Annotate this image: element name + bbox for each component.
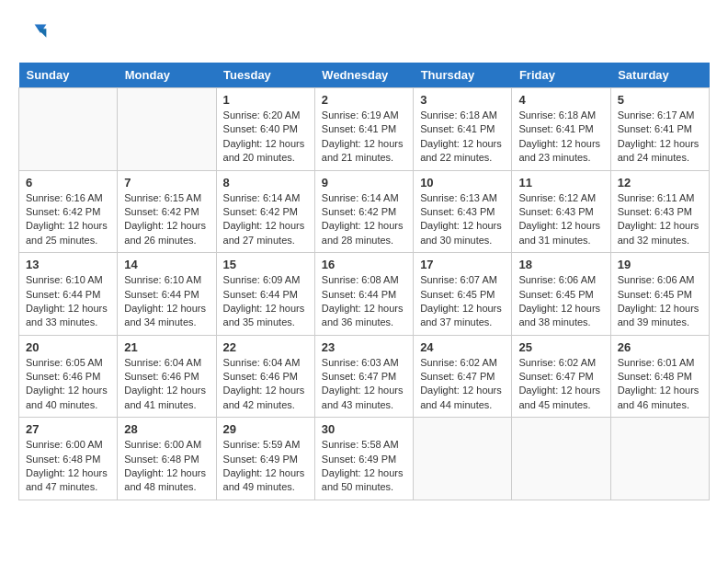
cell-info: Sunrise: 6:07 AM Sunset: 6:45 PM Dayligh… (420, 273, 505, 330)
calendar-cell: 14Sunrise: 6:10 AM Sunset: 6:44 PM Dayli… (118, 253, 216, 336)
calendar-cell: 15Sunrise: 6:09 AM Sunset: 6:44 PM Dayli… (216, 253, 314, 336)
day-number: 9 (322, 176, 406, 190)
calendar-cell: 20Sunrise: 6:05 AM Sunset: 6:46 PM Dayli… (19, 335, 118, 418)
calendar-cell: 6Sunrise: 6:16 AM Sunset: 6:42 PM Daylig… (19, 170, 118, 253)
cell-info: Sunrise: 6:17 AM Sunset: 6:41 PM Dayligh… (618, 109, 702, 166)
calendar-cell: 8Sunrise: 6:14 AM Sunset: 6:42 PM Daylig… (216, 170, 314, 253)
calendar-week-1: 1Sunrise: 6:20 AM Sunset: 6:40 PM Daylig… (19, 88, 710, 171)
day-number: 8 (223, 176, 308, 190)
calendar-cell: 11Sunrise: 6:12 AM Sunset: 6:43 PM Dayli… (512, 170, 610, 253)
col-header-friday: Friday (512, 63, 610, 88)
cell-info: Sunrise: 6:09 AM Sunset: 6:44 PM Dayligh… (223, 273, 308, 330)
day-number: 5 (618, 93, 702, 107)
calendar-cell: 5Sunrise: 6:17 AM Sunset: 6:41 PM Daylig… (610, 88, 709, 171)
logo-icon (18, 18, 48, 48)
day-number: 28 (124, 422, 209, 436)
calendar-cell: 3Sunrise: 6:18 AM Sunset: 6:41 PM Daylig… (414, 88, 512, 171)
calendar-cell: 9Sunrise: 6:14 AM Sunset: 6:42 PM Daylig… (314, 170, 413, 253)
calendar-table: SundayMondayTuesdayWednesdayThursdayFrid… (18, 63, 710, 500)
day-number: 11 (518, 176, 603, 190)
day-number: 21 (124, 340, 209, 354)
calendar-week-4: 20Sunrise: 6:05 AM Sunset: 6:46 PM Dayli… (19, 335, 710, 418)
day-number: 16 (322, 258, 406, 271)
day-number: 7 (124, 176, 209, 190)
calendar-cell: 13Sunrise: 6:10 AM Sunset: 6:44 PM Dayli… (19, 253, 118, 336)
cell-info: Sunrise: 6:18 AM Sunset: 6:41 PM Dayligh… (518, 109, 603, 166)
cell-info: Sunrise: 6:06 AM Sunset: 6:45 PM Dayligh… (618, 273, 702, 330)
calendar-cell: 23Sunrise: 6:03 AM Sunset: 6:47 PM Dayli… (314, 335, 413, 418)
day-number: 29 (223, 422, 308, 436)
day-number: 23 (322, 340, 406, 354)
cell-info: Sunrise: 6:11 AM Sunset: 6:43 PM Dayligh… (618, 191, 702, 248)
calendar-cell (610, 418, 709, 500)
day-number: 13 (26, 258, 110, 271)
cell-info: Sunrise: 6:10 AM Sunset: 6:44 PM Dayligh… (26, 273, 110, 330)
calendar-cell (19, 88, 118, 171)
day-number: 26 (618, 340, 702, 354)
logo (18, 18, 51, 48)
cell-info: Sunrise: 6:14 AM Sunset: 6:42 PM Dayligh… (223, 191, 308, 248)
cell-info: Sunrise: 6:20 AM Sunset: 6:40 PM Dayligh… (223, 109, 308, 166)
day-number: 22 (223, 340, 308, 354)
day-number: 27 (26, 422, 110, 436)
calendar-cell (414, 418, 512, 500)
cell-info: Sunrise: 6:13 AM Sunset: 6:43 PM Dayligh… (420, 191, 505, 248)
calendar-cell: 25Sunrise: 6:02 AM Sunset: 6:47 PM Dayli… (512, 335, 610, 418)
cell-info: Sunrise: 6:00 AM Sunset: 6:48 PM Dayligh… (26, 438, 110, 495)
page-header (18, 18, 710, 48)
calendar-cell: 16Sunrise: 6:08 AM Sunset: 6:44 PM Dayli… (314, 253, 413, 336)
calendar-week-3: 13Sunrise: 6:10 AM Sunset: 6:44 PM Dayli… (19, 253, 710, 336)
cell-info: Sunrise: 6:05 AM Sunset: 6:46 PM Dayligh… (26, 356, 110, 413)
day-number: 10 (420, 176, 505, 190)
calendar-cell: 22Sunrise: 6:04 AM Sunset: 6:46 PM Dayli… (216, 335, 314, 418)
calendar-cell: 12Sunrise: 6:11 AM Sunset: 6:43 PM Dayli… (610, 170, 709, 253)
cell-info: Sunrise: 6:14 AM Sunset: 6:42 PM Dayligh… (322, 191, 406, 248)
calendar-cell (118, 88, 216, 171)
day-number: 18 (518, 258, 603, 271)
calendar-cell: 18Sunrise: 6:06 AM Sunset: 6:45 PM Dayli… (512, 253, 610, 336)
day-number: 4 (518, 93, 603, 107)
col-header-monday: Monday (118, 63, 216, 88)
day-number: 25 (518, 340, 603, 354)
calendar-cell: 30Sunrise: 5:58 AM Sunset: 6:49 PM Dayli… (314, 418, 413, 500)
cell-info: Sunrise: 5:58 AM Sunset: 6:49 PM Dayligh… (322, 438, 406, 495)
day-number: 19 (618, 258, 702, 271)
cell-info: Sunrise: 6:06 AM Sunset: 6:45 PM Dayligh… (518, 273, 603, 330)
calendar-cell: 7Sunrise: 6:15 AM Sunset: 6:42 PM Daylig… (118, 170, 216, 253)
cell-info: Sunrise: 6:04 AM Sunset: 6:46 PM Dayligh… (124, 356, 209, 413)
cell-info: Sunrise: 6:18 AM Sunset: 6:41 PM Dayligh… (420, 109, 505, 166)
col-header-thursday: Thursday (414, 63, 512, 88)
calendar-cell: 29Sunrise: 5:59 AM Sunset: 6:49 PM Dayli… (216, 418, 314, 500)
cell-info: Sunrise: 6:19 AM Sunset: 6:41 PM Dayligh… (322, 109, 406, 166)
day-number: 17 (420, 258, 505, 271)
calendar-week-2: 6Sunrise: 6:16 AM Sunset: 6:42 PM Daylig… (19, 170, 710, 253)
cell-info: Sunrise: 6:16 AM Sunset: 6:42 PM Dayligh… (26, 191, 110, 248)
cell-info: Sunrise: 6:08 AM Sunset: 6:44 PM Dayligh… (322, 273, 406, 330)
calendar-cell: 10Sunrise: 6:13 AM Sunset: 6:43 PM Dayli… (414, 170, 512, 253)
day-number: 2 (322, 93, 406, 107)
calendar-header-row: SundayMondayTuesdayWednesdayThursdayFrid… (19, 63, 710, 88)
calendar-cell: 27Sunrise: 6:00 AM Sunset: 6:48 PM Dayli… (19, 418, 118, 500)
day-number: 15 (223, 258, 308, 271)
calendar-cell: 26Sunrise: 6:01 AM Sunset: 6:48 PM Dayli… (610, 335, 709, 418)
calendar-cell: 17Sunrise: 6:07 AM Sunset: 6:45 PM Dayli… (414, 253, 512, 336)
cell-info: Sunrise: 6:02 AM Sunset: 6:47 PM Dayligh… (420, 356, 505, 413)
col-header-saturday: Saturday (610, 63, 709, 88)
cell-info: Sunrise: 6:15 AM Sunset: 6:42 PM Dayligh… (124, 191, 209, 248)
day-number: 12 (618, 176, 702, 190)
day-number: 24 (420, 340, 505, 354)
calendar-cell: 21Sunrise: 6:04 AM Sunset: 6:46 PM Dayli… (118, 335, 216, 418)
cell-info: Sunrise: 6:12 AM Sunset: 6:43 PM Dayligh… (518, 191, 603, 248)
cell-info: Sunrise: 6:00 AM Sunset: 6:48 PM Dayligh… (124, 438, 209, 495)
calendar-cell: 24Sunrise: 6:02 AM Sunset: 6:47 PM Dayli… (414, 335, 512, 418)
calendar-cell: 19Sunrise: 6:06 AM Sunset: 6:45 PM Dayli… (610, 253, 709, 336)
cell-info: Sunrise: 6:04 AM Sunset: 6:46 PM Dayligh… (223, 356, 308, 413)
day-number: 14 (124, 258, 209, 271)
day-number: 1 (223, 93, 308, 107)
calendar-cell: 1Sunrise: 6:20 AM Sunset: 6:40 PM Daylig… (216, 88, 314, 171)
col-header-sunday: Sunday (19, 63, 118, 88)
calendar-cell (512, 418, 610, 500)
calendar-week-5: 27Sunrise: 6:00 AM Sunset: 6:48 PM Dayli… (19, 418, 710, 500)
calendar-cell: 2Sunrise: 6:19 AM Sunset: 6:41 PM Daylig… (314, 88, 413, 171)
cell-info: Sunrise: 6:02 AM Sunset: 6:47 PM Dayligh… (518, 356, 603, 413)
